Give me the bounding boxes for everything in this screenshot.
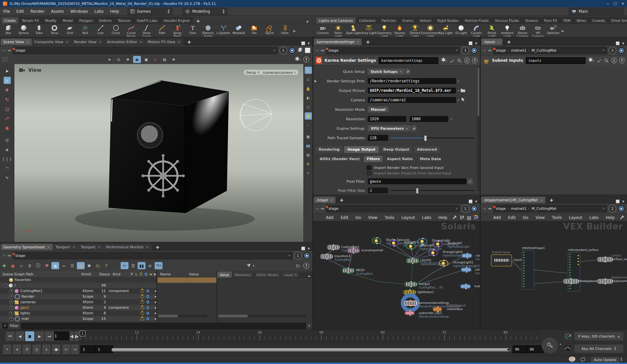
shelf-tab-oceans[interactable]: Oceans	[522, 17, 541, 24]
close-icon[interactable]: ×	[540, 198, 542, 202]
power-toggle-icon[interactable]	[141, 289, 144, 293]
key-dot-icon[interactable]: -●-	[52, 344, 61, 355]
shelf-tab-sidefx-labs[interactable]: SideFX Labs	[134, 17, 161, 24]
measure-icon[interactable]: ⌗	[305, 170, 312, 177]
shelf-tool-sky-light[interactable]: Sky Light	[438, 24, 453, 35]
breadcrumb-stage[interactable]: stage	[496, 207, 506, 211]
timeline-ruler[interactable]: 12243648607284 1	[80, 330, 541, 342]
breadcrumb-stage[interactable]: stage	[15, 48, 25, 53]
chevron-down-icon[interactable]: ▾	[288, 254, 290, 257]
follow-selection-icon[interactable]	[618, 47, 625, 54]
pane-maximize-icon[interactable]	[301, 247, 305, 250]
shelf-tab-vellum[interactable]: Vellum	[416, 17, 434, 24]
pane-maximize-icon[interactable]	[616, 41, 619, 45]
snapshot-icon[interactable]: 🗀	[94, 262, 102, 269]
node-cuttingmat1[interactable]: CuttingMat1/CuttingMat1	[328, 246, 339, 249]
node-karmarendersettings[interactable]: karmarendersettings/Render/Products/rend…	[405, 301, 416, 305]
memory-icon[interactable]	[568, 356, 577, 363]
menu-edit[interactable]: Edit	[16, 9, 24, 14]
shelf-tool-vr-camera[interactable]: VR Camera	[530, 24, 546, 38]
close-button[interactable]: ✕	[621, 2, 624, 6]
netmenu-labs[interactable]: Labs	[586, 215, 602, 220]
pane-menu-icon[interactable]: ▼	[475, 42, 477, 45]
inputs-name-field[interactable]: inputs	[526, 57, 585, 64]
parm-field[interactable]: 1920	[368, 116, 406, 122]
search-icon[interactable]	[457, 58, 462, 63]
nav-back-icon[interactable]: ⬅	[2, 254, 6, 258]
inputs-tab-inputs[interactable]: inputs×	[481, 39, 502, 45]
col-desce[interactable]: Desce	[99, 272, 113, 276]
prev-frame-button[interactable]: ◀	[15, 331, 25, 341]
expand-icon[interactable]: +	[9, 317, 13, 321]
path-field[interactable]: stage▾	[326, 47, 460, 54]
chevron-down-icon[interactable]: ▾	[603, 49, 604, 52]
node-camera2[interactable]: camera2/cameras/camera2	[462, 268, 471, 271]
new-tab-button[interactable]: +	[503, 39, 515, 45]
range-start-bracket-icon[interactable]: ⇤	[62, 344, 71, 355]
shelf-tab-rigid-bodies[interactable]: Rigid Bodies	[434, 17, 462, 24]
power-toggle-icon[interactable]	[141, 300, 144, 304]
visible-toggle-icon[interactable]	[146, 295, 150, 298]
karma-tab-karmarendersettings[interactable]: karmarendersettings×	[314, 39, 362, 45]
subfolder-tab-aovs-render-vars[interactable]: AOVs (Render Vars)	[316, 156, 363, 162]
shelf-tab-wires[interactable]: Wires	[574, 17, 589, 24]
pose-icon[interactable]: ☍	[4, 115, 11, 122]
parm-field[interactable]: 128	[368, 135, 388, 141]
link-badge[interactable]: 2	[609, 205, 616, 212]
menu-assets[interactable]: Assets	[51, 9, 64, 14]
new-tab-button[interactable]: +	[152, 244, 164, 250]
sheet-tab-performance-monitor[interactable]: Performance Monitor×	[103, 244, 151, 250]
wrench-icon[interactable]	[619, 215, 625, 221]
value-tab-value[interactable]: Value	[217, 272, 232, 278]
close-icon[interactable]: ×	[330, 198, 332, 202]
path-field[interactable]: stage›matnet1›M_CuttingMat▾	[493, 205, 607, 212]
parm-field[interactable]: 1080	[410, 116, 448, 122]
camera-tool-icon[interactable]: ✥	[124, 56, 132, 63]
shelf-tool-helix[interactable]: Helix	[277, 24, 293, 35]
close-icon[interactable]: ×	[140, 40, 142, 44]
chevron-down-icon[interactable]: ▾	[458, 80, 459, 83]
close-icon[interactable]: ×	[356, 40, 359, 44]
breadcrumb-m-cuttingmat[interactable]: M_CuttingMat	[532, 207, 556, 211]
node-bluelight[interactable]: BlueLight/lights/BlueLight	[407, 244, 415, 248]
tree-row-cuttingmat1[interactable]: +CuttingMat1Xform11component-➤	[0, 288, 156, 294]
shelf-tool-file[interactable]: File	[246, 24, 262, 35]
shelf-tool-portal-light[interactable]: Portal Light	[484, 24, 500, 38]
gear-icon[interactable]: ✱	[85, 262, 93, 269]
pin-icon[interactable]: ⚲	[26, 262, 34, 269]
shelf-tab-deform[interactable]: Deform	[96, 17, 115, 24]
node-mtlxstandard-surface[interactable]: mtlxstandard_surface	[568, 252, 580, 291]
pixel-filter-size-slider[interactable]	[391, 190, 474, 191]
parm-button[interactable]: Manual	[368, 107, 388, 112]
netmenu-view[interactable]: View	[364, 215, 381, 220]
shelf-tab-collisions[interactable]: Collisions	[356, 17, 378, 24]
list-mode-icon[interactable]: ☰	[129, 262, 137, 269]
netmenu-edit[interactable]: Edit	[337, 215, 352, 220]
path-field[interactable]: stage›matnet1›M_CuttingMat▾	[493, 47, 607, 54]
shelf-tool-line[interactable]: Line	[93, 24, 108, 35]
parm-menu-button[interactable]: XPU Parameters▾	[368, 125, 411, 131]
shelf-tab-create[interactable]: Create	[1, 17, 19, 24]
new-tab-button[interactable]: +	[362, 39, 374, 45]
render-settings-icon[interactable]: ❖	[170, 56, 178, 63]
link-badge[interactable]: 1	[462, 47, 469, 54]
netmenu-go[interactable]: Go	[352, 215, 364, 220]
chevron-down-icon[interactable]: ▾	[603, 207, 604, 210]
pane-menu-icon[interactable]: ▼	[475, 200, 477, 203]
path-field[interactable]: stage▾	[13, 252, 293, 259]
breadcrumb-stage[interactable]: stage	[15, 254, 25, 258]
scale-icon[interactable]: ◲	[4, 105, 11, 112]
shelf-tool-grid[interactable]: Grid	[62, 24, 77, 35]
power-toggle-icon[interactable]	[141, 317, 144, 321]
shelf-scroll-right-icon[interactable]: ▶	[561, 29, 565, 33]
tree-row-favorites[interactable]: Favorites	[0, 277, 156, 283]
stage-network-canvas[interactable]: Solaris CuttingMat1/CuttingMat1sceneimpo…	[313, 221, 480, 329]
shaded-view-icon[interactable]	[297, 47, 303, 54]
h-scrollbar[interactable]	[218, 315, 307, 317]
close-icon[interactable]: ×	[99, 40, 101, 44]
shelf-tab-lights-and-cameras[interactable]: Lights and Cameras	[316, 17, 356, 24]
headlight-icon[interactable]: ○	[305, 103, 312, 110]
netmenu-view[interactable]: View	[532, 215, 548, 220]
power-toggle-icon[interactable]	[141, 295, 144, 298]
h-scrollbar[interactable]	[158, 315, 207, 317]
